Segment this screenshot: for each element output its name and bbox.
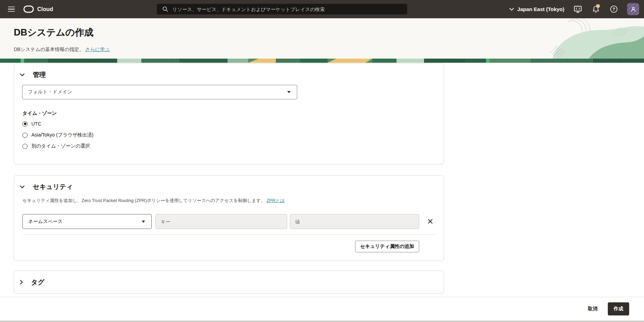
section-tags-title: タグ [31, 278, 44, 287]
decorative-illustration [465, 18, 644, 59]
page-title: DBシステムの作成 [14, 26, 93, 39]
remove-attribute-button[interactable] [425, 216, 435, 227]
fault-domain-select-label: フォルト・ドメイン [28, 89, 72, 95]
hamburger-menu-icon[interactable] [7, 6, 16, 13]
help-icon: ? [610, 5, 618, 13]
cloud-shell-monitor-icon [574, 6, 582, 13]
global-search [157, 4, 407, 14]
db-system-create-page: Cloud Japan East (Tokyo) [0, 0, 644, 322]
attribute-key-input[interactable] [155, 214, 287, 229]
chevron-down-icon [20, 185, 25, 189]
close-icon [427, 219, 433, 224]
oracle-logo-icon [23, 6, 34, 13]
divider [22, 234, 436, 235]
section-tags: タグ [14, 271, 444, 294]
search-input[interactable] [172, 7, 404, 12]
caret-down-icon [142, 221, 145, 223]
user-avatar[interactable] [627, 3, 639, 15]
brand-label: Cloud [37, 6, 53, 12]
chevron-down-icon [20, 73, 25, 77]
learn-more-link[interactable]: さらに学ぶ [85, 47, 110, 52]
form-content: 管理 フォルト・ドメイン タイム・ゾーン UTC Asia/Tokyo (ブラウ… [0, 63, 644, 297]
topbar-actions: Japan East (Tokyo) [509, 0, 639, 18]
notification-badge [596, 4, 600, 8]
radio-icon [22, 144, 28, 149]
radio-timezone-utc[interactable]: UTC [22, 121, 41, 127]
person-icon [630, 6, 636, 12]
section-management-header[interactable]: 管理 [14, 63, 444, 79]
namespace-select-label: ネームスペース [28, 219, 63, 225]
section-security: セキュリティ セキュリティ属性を追加し、Zero Trust Packet Ro… [14, 175, 444, 261]
radio-timezone-browser[interactable]: Asia/Tokyo (ブラウザ検出済) [22, 132, 93, 138]
page-bottom-edge [0, 321, 644, 322]
create-button[interactable]: 作成 [608, 302, 629, 315]
security-description: セキュリティ属性を追加し、Zero Trust Packet Routing (… [22, 198, 285, 204]
cancel-button[interactable]: 取消 [588, 306, 597, 312]
topbar: Cloud Japan East (Tokyo) [0, 0, 644, 18]
section-security-header[interactable]: セキュリティ [14, 175, 444, 191]
cloud-shell-button[interactable] [573, 5, 582, 14]
notifications-button[interactable] [591, 5, 600, 14]
section-management: 管理 フォルト・ドメイン タイム・ゾーン UTC Asia/Tokyo (ブラウ… [14, 63, 444, 164]
page-subtitle-text: DBシステムの基本情報の指定。 [14, 47, 84, 52]
radio-icon [22, 121, 28, 127]
fault-domain-select[interactable]: フォルト・ドメイン [22, 85, 297, 99]
attribute-value-input[interactable] [290, 214, 419, 229]
region-selector[interactable]: Japan East (Tokyo) [509, 6, 564, 12]
svg-text:?: ? [612, 7, 615, 12]
namespace-select[interactable]: ネームスペース [22, 214, 152, 229]
caret-down-icon [287, 91, 291, 93]
action-footer: 取消 作成 [0, 297, 644, 321]
page-subtitle: DBシステムの基本情報の指定。 さらに学ぶ [14, 47, 110, 53]
chevron-down-icon [509, 8, 514, 11]
zpr-link[interactable]: ZPRとは [266, 198, 285, 203]
chevron-right-icon [20, 280, 23, 285]
add-security-attribute-button[interactable]: セキュリティ属性の追加 [355, 241, 419, 252]
region-label: Japan East (Tokyo) [517, 6, 564, 12]
decorative-strip [0, 59, 644, 63]
brand[interactable]: Cloud [23, 6, 53, 13]
section-management-title: 管理 [33, 70, 46, 79]
radio-icon [22, 133, 28, 138]
page-header: DBシステムの作成 DBシステムの基本情報の指定。 さらに学ぶ [0, 18, 644, 59]
radio-timezone-other[interactable]: 別のタイム・ゾーンの選択 [22, 143, 90, 149]
section-tags-header[interactable]: タグ [14, 271, 444, 293]
help-button[interactable]: ? [609, 5, 618, 14]
timezone-label: タイム・ゾーン [22, 110, 57, 117]
section-security-title: セキュリティ [33, 182, 73, 191]
search-icon [162, 6, 168, 12]
